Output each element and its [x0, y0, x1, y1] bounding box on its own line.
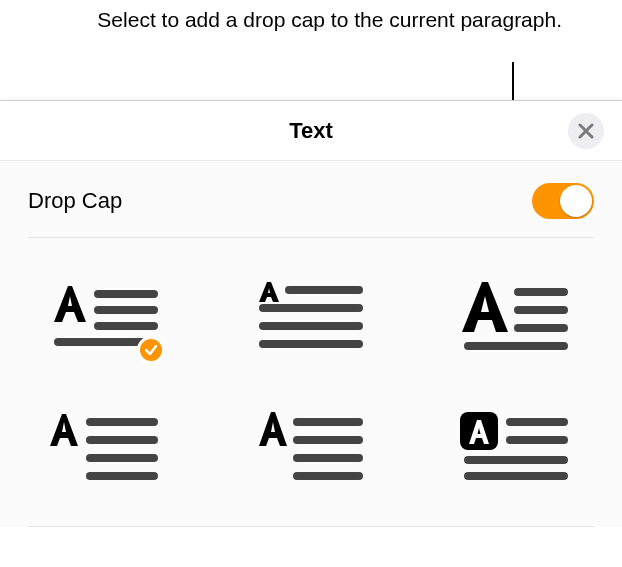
svg-rect-11	[464, 342, 568, 350]
selected-check-icon	[137, 336, 165, 364]
svg-rect-24	[464, 472, 568, 480]
panel-body: Drop Cap	[0, 161, 622, 527]
svg-rect-14	[86, 454, 158, 462]
svg-rect-19	[293, 472, 363, 480]
svg-rect-15	[86, 472, 158, 480]
svg-rect-4	[285, 286, 363, 294]
svg-rect-13	[86, 436, 158, 444]
text-format-panel: Text Drop Cap	[0, 100, 622, 567]
close-button[interactable]	[568, 113, 604, 149]
panel-title: Text	[289, 118, 333, 144]
toggle-knob	[560, 185, 592, 217]
svg-rect-18	[293, 454, 363, 462]
svg-rect-17	[293, 436, 363, 444]
svg-rect-7	[259, 340, 363, 348]
drop-cap-label: Drop Cap	[28, 188, 122, 214]
help-callout-text: Select to add a drop cap to the current …	[97, 8, 562, 31]
svg-rect-1	[94, 306, 158, 314]
svg-rect-20	[460, 412, 498, 450]
help-callout: Select to add a drop cap to the current …	[0, 6, 562, 33]
drop-cap-style-option[interactable]	[441, 282, 590, 354]
svg-rect-23	[464, 456, 568, 464]
drop-cap-style-option[interactable]	[441, 410, 590, 482]
panel-header: Text	[0, 101, 622, 161]
svg-rect-12	[86, 418, 158, 426]
svg-rect-22	[506, 436, 568, 444]
drop-cap-style-grid	[28, 238, 594, 527]
svg-rect-21	[506, 418, 568, 426]
close-icon	[578, 123, 594, 139]
drop-cap-style-option[interactable]	[32, 282, 181, 354]
svg-rect-9	[514, 306, 568, 314]
svg-rect-16	[293, 418, 363, 426]
svg-rect-2	[94, 322, 158, 330]
svg-rect-8	[514, 288, 568, 296]
svg-rect-6	[259, 322, 363, 330]
svg-rect-10	[514, 324, 568, 332]
svg-rect-0	[94, 290, 158, 298]
svg-rect-5	[259, 304, 363, 312]
drop-cap-style-option[interactable]	[237, 282, 386, 354]
drop-cap-style-option[interactable]	[32, 410, 181, 482]
drop-cap-style-option[interactable]	[237, 410, 386, 482]
drop-cap-toggle[interactable]	[532, 183, 594, 219]
drop-cap-row: Drop Cap	[28, 161, 594, 238]
